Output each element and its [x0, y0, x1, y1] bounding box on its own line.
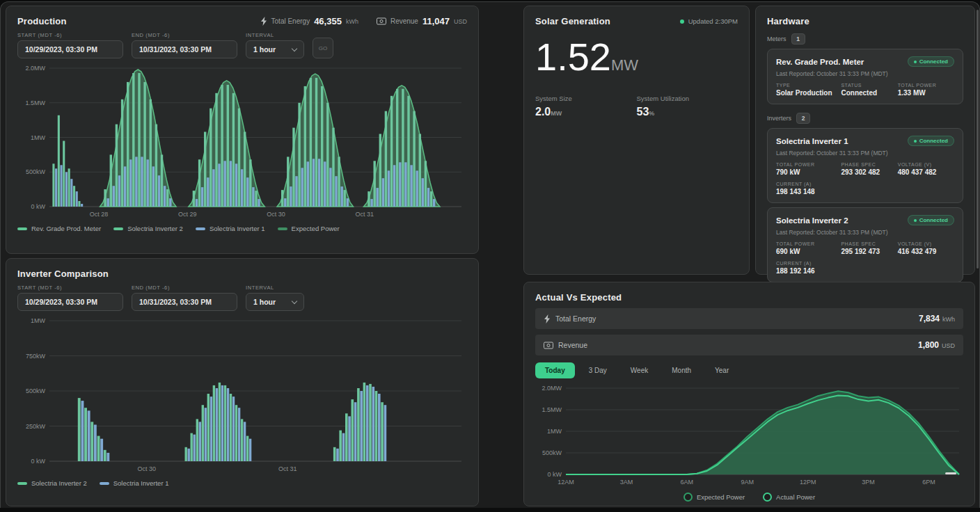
legend-item-solectria-inverter-1[interactable]: Solectria Inverter 1 — [196, 225, 265, 232]
interval-select[interactable]: 1 hour — [246, 40, 304, 58]
interval-select[interactable]: 1 hour — [246, 293, 304, 311]
connected-badge: Connected — [908, 136, 954, 146]
field-value: 416 432 479 — [898, 248, 954, 255]
field-value: 188 192 146 — [776, 267, 841, 275]
inverter-comparison-chart[interactable]: 1MW750kW500kW250kW0 kWOct 30Oct 31 — [17, 315, 467, 477]
legend-dash-icon — [17, 227, 27, 230]
start-date-input[interactable]: 10/29/2023, 03:30 PM — [17, 293, 123, 311]
field-value: Connected — [841, 89, 897, 97]
hardware-title: Hardware — [767, 16, 963, 26]
total-energy-value: 46,355 — [314, 16, 342, 26]
field-label: STATUS — [841, 83, 897, 88]
end-field: END (MDT -6) 10/31/2023, 03:30 PM — [132, 32, 237, 58]
field-label: TOTAL POWER — [776, 162, 841, 167]
current-generation-value: 1.52MW — [535, 38, 738, 77]
revenue-row-label: Revenue — [544, 341, 587, 349]
svg-text:Oct 31: Oct 31 — [356, 211, 374, 218]
meter-card[interactable]: Rev. Grade Prod. MeterConnectedLast Repo… — [767, 49, 963, 104]
legend-ring-icon — [763, 493, 772, 502]
svg-text:Oct 31: Oct 31 — [278, 465, 297, 472]
legend-label: Actual Power — [776, 493, 815, 501]
end-date-input[interactable]: 10/31/2023, 03:30 PM — [132, 40, 237, 58]
scrollbar[interactable] — [977, 10, 979, 269]
legend-item-actual-power[interactable]: Actual Power — [763, 493, 815, 502]
svg-text:Oct 30: Oct 30 — [137, 465, 156, 472]
revenue-stat: Revenue 11,047 USD — [377, 16, 467, 26]
generation-number: 1.52 — [535, 35, 611, 79]
field-value: 293 302 482 — [841, 168, 897, 176]
tab-today[interactable]: Today — [535, 362, 575, 378]
legend-item-expected-power[interactable]: Expected Power — [683, 493, 745, 502]
meters-count-badge: 1 — [791, 33, 805, 45]
legend-label: Solectria Inverter 1 — [113, 479, 169, 487]
revenue-unit: USD — [454, 18, 467, 25]
field-label: CURRENT (A) — [776, 261, 841, 266]
field-value: Solar Production — [776, 89, 841, 97]
start-field: START (MDT -6) 10/29/2023, 03:30 PM — [17, 32, 123, 58]
last-reported: Last Reported: October 31 3:33 PM (MDT) — [776, 229, 954, 236]
inverter-comparison-chart-svg: 1MW750kW500kW250kW0 kWOct 30Oct 31 — [17, 315, 468, 474]
device-fields: TOTAL POWER790 kWPHASE SPEC293 302 482VO… — [776, 162, 954, 195]
device-name: Solectria Inverter 1 — [776, 137, 848, 145]
legend-item-solectria-inverter-1[interactable]: Solectria Inverter 1 — [100, 479, 169, 487]
inverters-section-header: Inverters 2 — [767, 113, 963, 124]
system-utilization-value: 53% — [637, 106, 738, 118]
svg-text:9AM: 9AM — [741, 479, 754, 486]
end-date-input[interactable]: 10/31/2023, 03:30 PM — [132, 293, 237, 311]
tab-week[interactable]: Week — [621, 362, 658, 378]
inverter-cards: Solectria Inverter 1ConnectedLast Report… — [767, 128, 963, 282]
go-button[interactable]: GO — [313, 38, 333, 58]
revenue-text: Revenue — [558, 341, 587, 349]
svg-text:3PM: 3PM — [862, 479, 875, 486]
revenue-unit: USD — [942, 342, 955, 349]
svg-text:1MW: 1MW — [31, 317, 46, 324]
updated-text: Updated 2:30PM — [688, 17, 738, 25]
total-energy-label: Total Energy — [271, 17, 310, 25]
actual-vs-expected-chart[interactable]: 2.0MW1.5MW1MW500kW0 kW12AM3AM6AM9AM12PM3… — [535, 383, 963, 490]
chevron-down-icon — [292, 298, 297, 304]
hardware-panel: Hardware Meters 1 Rev. Grade Prod. Meter… — [755, 6, 975, 275]
field-label: CURRENT (A) — [776, 182, 841, 186]
interval-value: 1 hour — [253, 298, 276, 306]
meters-label: Meters — [767, 35, 787, 42]
svg-text:0 kW: 0 kW — [31, 458, 45, 465]
interval-value: 1 hour — [253, 45, 276, 54]
tab-month[interactable]: Month — [662, 362, 701, 378]
field-label: TYPE — [776, 83, 841, 88]
legend-item-solectria-inverter-2[interactable]: Solectria Inverter 2 — [113, 225, 183, 232]
start-date-input[interactable]: 10/29/2023, 03:30 PM — [17, 40, 123, 58]
revenue-number: 1,800 — [918, 340, 939, 350]
svg-text:2.0MW: 2.0MW — [25, 65, 45, 72]
revenue-icon — [377, 17, 386, 25]
svg-text:250kW: 250kW — [26, 423, 46, 430]
tab-3-day[interactable]: 3 Day — [579, 362, 617, 378]
connected-label: Connected — [919, 138, 948, 144]
legend-ring-icon — [683, 493, 693, 502]
total-energy-number: 7,834 — [919, 314, 940, 323]
actual-vs-expected-title: Actual Vs Expected — [535, 292, 963, 303]
legend-label: Solectria Inverter 2 — [127, 225, 183, 232]
svg-text:12AM: 12AM — [558, 479, 574, 486]
legend-item-rev-grade-prod-meter[interactable]: Rev. Grade Prod. Meter — [17, 225, 101, 232]
inverter-card[interactable]: Solectria Inverter 1ConnectedLast Report… — [767, 128, 963, 203]
inverter-card[interactable]: Solectria Inverter 2ConnectedLast Report… — [767, 207, 963, 282]
legend-item-expected-power[interactable]: Expected Power — [278, 225, 340, 232]
inverter-comparison-panel: Inverter Comparison START (MDT -6) 10/29… — [6, 258, 479, 506]
svg-text:1.5MW: 1.5MW — [542, 406, 562, 413]
system-size-value: 2.0MW — [535, 106, 637, 118]
end-label: END (MDT -6) — [132, 32, 237, 38]
revenue-value: 11,047 — [422, 16, 450, 26]
field-label: PHASE SPEC — [841, 162, 897, 167]
status-dot-icon — [914, 61, 917, 63]
chevron-down-icon — [292, 46, 297, 51]
production-chart[interactable]: 2.0MW1.5MW1MW500kW0 kWOct 28Oct 29Oct 30… — [17, 63, 467, 222]
legend-item-solectria-inverter-2[interactable]: Solectria Inverter 2 — [17, 479, 87, 487]
end-label: END (MDT -6) — [132, 285, 237, 291]
interval-field: INTERVAL 1 hour — [246, 285, 304, 311]
svg-text:1.5MW: 1.5MW — [25, 99, 45, 106]
legend-label: Solectria Inverter 1 — [210, 225, 265, 232]
last-reported: Last Reported: October 31 3:33 PM (MDT) — [776, 150, 954, 157]
status-dot-icon — [680, 19, 684, 24]
inverter-comparison-controls: START (MDT -6) 10/29/2023, 03:30 PM END … — [17, 285, 467, 311]
tab-year[interactable]: Year — [705, 362, 738, 378]
